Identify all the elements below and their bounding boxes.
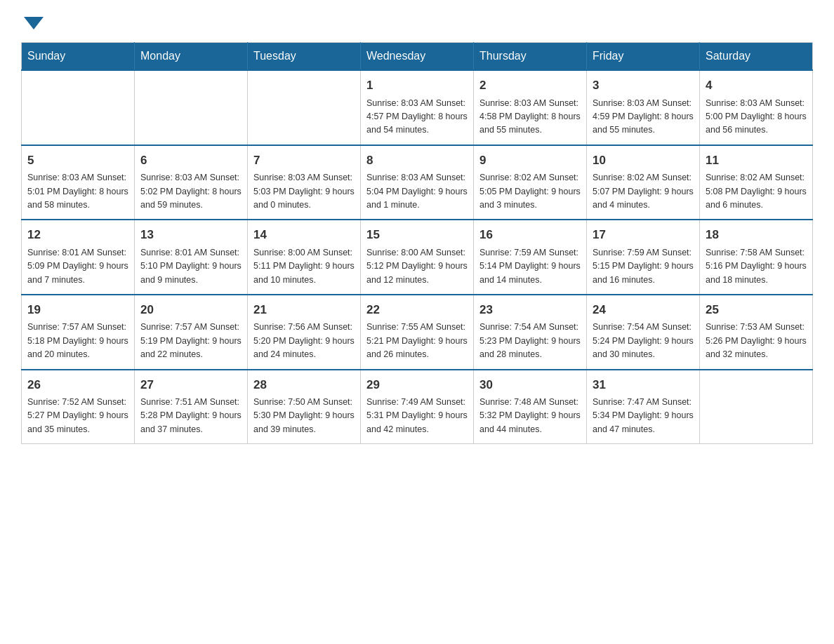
day-info: Sunrise: 7:57 AM Sunset: 5:19 PM Dayligh…: [140, 321, 241, 361]
day-number: 8: [366, 152, 468, 170]
calendar-cell: 11Sunrise: 8:02 AM Sunset: 5:08 PM Dayli…: [700, 145, 813, 220]
calendar-cell: 29Sunrise: 7:49 AM Sunset: 5:31 PM Dayli…: [361, 370, 474, 444]
calendar-cell: 2Sunrise: 8:03 AM Sunset: 4:58 PM Daylig…: [474, 70, 587, 145]
day-info: Sunrise: 8:02 AM Sunset: 5:08 PM Dayligh…: [706, 171, 807, 212]
day-info: Sunrise: 8:00 AM Sunset: 5:11 PM Dayligh…: [253, 246, 355, 287]
calendar-cell: [248, 70, 361, 145]
calendar-cell: 26Sunrise: 7:52 AM Sunset: 5:27 PM Dayli…: [22, 370, 135, 444]
day-number: 6: [140, 152, 241, 170]
day-info: Sunrise: 7:59 AM Sunset: 5:15 PM Dayligh…: [593, 246, 694, 287]
calendar-cell: 22Sunrise: 7:55 AM Sunset: 5:21 PM Dayli…: [361, 295, 474, 370]
day-number: 22: [366, 301, 468, 319]
day-number: 4: [706, 76, 807, 95]
calendar-week-row: 26Sunrise: 7:52 AM Sunset: 5:27 PM Dayli…: [22, 370, 813, 444]
day-number: 12: [27, 226, 128, 244]
calendar-cell: 4Sunrise: 8:03 AM Sunset: 5:00 PM Daylig…: [700, 70, 813, 145]
day-number: 16: [479, 226, 581, 244]
page-header: [21, 14, 813, 28]
day-number: 28: [253, 376, 355, 394]
calendar-cell: [700, 370, 813, 444]
weekday-header-friday: Friday: [587, 43, 700, 71]
day-number: 13: [140, 226, 241, 244]
calendar-week-row: 19Sunrise: 7:57 AM Sunset: 5:18 PM Dayli…: [22, 295, 813, 370]
calendar-cell: 24Sunrise: 7:54 AM Sunset: 5:24 PM Dayli…: [587, 295, 700, 370]
calendar-cell: 16Sunrise: 7:59 AM Sunset: 5:14 PM Dayli…: [474, 220, 587, 295]
day-number: 27: [140, 376, 241, 394]
weekday-header-sunday: Sunday: [22, 43, 135, 71]
weekday-header-tuesday: Tuesday: [248, 43, 361, 71]
weekday-header-monday: Monday: [135, 43, 248, 71]
calendar-cell: 23Sunrise: 7:54 AM Sunset: 5:23 PM Dayli…: [474, 295, 587, 370]
calendar-cell: 20Sunrise: 7:57 AM Sunset: 5:19 PM Dayli…: [135, 295, 248, 370]
calendar-cell: 13Sunrise: 8:01 AM Sunset: 5:10 PM Dayli…: [135, 220, 248, 295]
calendar-cell: [22, 70, 135, 145]
calendar-cell: 25Sunrise: 7:53 AM Sunset: 5:26 PM Dayli…: [700, 295, 813, 370]
calendar-cell: 21Sunrise: 7:56 AM Sunset: 5:20 PM Dayli…: [248, 295, 361, 370]
day-info: Sunrise: 8:03 AM Sunset: 5:02 PM Dayligh…: [140, 171, 241, 212]
day-info: Sunrise: 7:56 AM Sunset: 5:20 PM Dayligh…: [253, 321, 355, 361]
day-info: Sunrise: 8:00 AM Sunset: 5:12 PM Dayligh…: [366, 246, 468, 287]
day-info: Sunrise: 7:54 AM Sunset: 5:24 PM Dayligh…: [593, 321, 694, 361]
weekday-header-saturday: Saturday: [700, 43, 813, 71]
calendar-cell: 10Sunrise: 8:02 AM Sunset: 5:07 PM Dayli…: [587, 145, 700, 220]
calendar-cell: 15Sunrise: 8:00 AM Sunset: 5:12 PM Dayli…: [361, 220, 474, 295]
day-info: Sunrise: 7:53 AM Sunset: 5:26 PM Dayligh…: [706, 321, 807, 361]
day-number: 9: [479, 152, 581, 170]
day-info: Sunrise: 8:03 AM Sunset: 5:00 PM Dayligh…: [706, 97, 807, 137]
calendar-week-row: 1Sunrise: 8:03 AM Sunset: 4:57 PM Daylig…: [22, 70, 813, 145]
logo: [21, 14, 44, 28]
calendar-cell: 12Sunrise: 8:01 AM Sunset: 5:09 PM Dayli…: [22, 220, 135, 295]
calendar-cell: 5Sunrise: 8:03 AM Sunset: 5:01 PM Daylig…: [22, 145, 135, 220]
day-info: Sunrise: 8:03 AM Sunset: 4:57 PM Dayligh…: [366, 97, 468, 137]
calendar-cell: 6Sunrise: 8:03 AM Sunset: 5:02 PM Daylig…: [135, 145, 248, 220]
calendar-cell: 31Sunrise: 7:47 AM Sunset: 5:34 PM Dayli…: [587, 370, 700, 444]
calendar-cell: 14Sunrise: 8:00 AM Sunset: 5:11 PM Dayli…: [248, 220, 361, 295]
weekday-header-wednesday: Wednesday: [361, 43, 474, 71]
day-number: 21: [253, 301, 355, 319]
calendar-week-row: 12Sunrise: 8:01 AM Sunset: 5:09 PM Dayli…: [22, 220, 813, 295]
day-info: Sunrise: 8:02 AM Sunset: 5:07 PM Dayligh…: [593, 171, 694, 212]
day-info: Sunrise: 7:49 AM Sunset: 5:31 PM Dayligh…: [366, 396, 468, 436]
calendar-cell: [135, 70, 248, 145]
day-info: Sunrise: 7:58 AM Sunset: 5:16 PM Dayligh…: [706, 246, 807, 287]
day-info: Sunrise: 7:57 AM Sunset: 5:18 PM Dayligh…: [27, 321, 128, 361]
day-number: 30: [479, 376, 581, 394]
day-info: Sunrise: 8:03 AM Sunset: 5:04 PM Dayligh…: [366, 171, 468, 212]
day-number: 24: [593, 301, 694, 319]
day-info: Sunrise: 8:03 AM Sunset: 4:59 PM Dayligh…: [593, 97, 694, 137]
calendar-week-row: 5Sunrise: 8:03 AM Sunset: 5:01 PM Daylig…: [22, 145, 813, 220]
calendar-cell: 27Sunrise: 7:51 AM Sunset: 5:28 PM Dayli…: [135, 370, 248, 444]
day-number: 14: [253, 226, 355, 244]
day-number: 5: [27, 152, 128, 170]
calendar-table: SundayMondayTuesdayWednesdayThursdayFrid…: [21, 42, 813, 444]
calendar-cell: 30Sunrise: 7:48 AM Sunset: 5:32 PM Dayli…: [474, 370, 587, 444]
day-info: Sunrise: 7:51 AM Sunset: 5:28 PM Dayligh…: [140, 396, 241, 436]
calendar-cell: 9Sunrise: 8:02 AM Sunset: 5:05 PM Daylig…: [474, 145, 587, 220]
day-number: 29: [366, 376, 468, 394]
day-info: Sunrise: 7:47 AM Sunset: 5:34 PM Dayligh…: [593, 396, 694, 436]
calendar-cell: 28Sunrise: 7:50 AM Sunset: 5:30 PM Dayli…: [248, 370, 361, 444]
weekday-header-row: SundayMondayTuesdayWednesdayThursdayFrid…: [22, 43, 813, 71]
day-number: 1: [366, 76, 468, 95]
day-info: Sunrise: 8:02 AM Sunset: 5:05 PM Dayligh…: [479, 171, 581, 212]
day-info: Sunrise: 8:01 AM Sunset: 5:10 PM Dayligh…: [140, 246, 241, 287]
calendar-cell: 8Sunrise: 8:03 AM Sunset: 5:04 PM Daylig…: [361, 145, 474, 220]
day-number: 23: [479, 301, 581, 319]
day-number: 31: [593, 376, 694, 394]
day-info: Sunrise: 7:50 AM Sunset: 5:30 PM Dayligh…: [253, 396, 355, 436]
day-info: Sunrise: 7:55 AM Sunset: 5:21 PM Dayligh…: [366, 321, 468, 361]
day-info: Sunrise: 7:48 AM Sunset: 5:32 PM Dayligh…: [479, 396, 581, 436]
day-number: 25: [706, 301, 807, 319]
calendar-cell: 1Sunrise: 8:03 AM Sunset: 4:57 PM Daylig…: [361, 70, 474, 145]
day-number: 20: [140, 301, 241, 319]
day-number: 3: [593, 76, 694, 95]
calendar-cell: 3Sunrise: 8:03 AM Sunset: 4:59 PM Daylig…: [587, 70, 700, 145]
day-number: 18: [706, 226, 807, 244]
calendar-cell: 17Sunrise: 7:59 AM Sunset: 5:15 PM Dayli…: [587, 220, 700, 295]
weekday-header-thursday: Thursday: [474, 43, 587, 71]
calendar-cell: 19Sunrise: 7:57 AM Sunset: 5:18 PM Dayli…: [22, 295, 135, 370]
day-info: Sunrise: 7:52 AM Sunset: 5:27 PM Dayligh…: [27, 396, 128, 436]
day-number: 11: [706, 152, 807, 170]
calendar-cell: 7Sunrise: 8:03 AM Sunset: 5:03 PM Daylig…: [248, 145, 361, 220]
day-number: 15: [366, 226, 468, 244]
